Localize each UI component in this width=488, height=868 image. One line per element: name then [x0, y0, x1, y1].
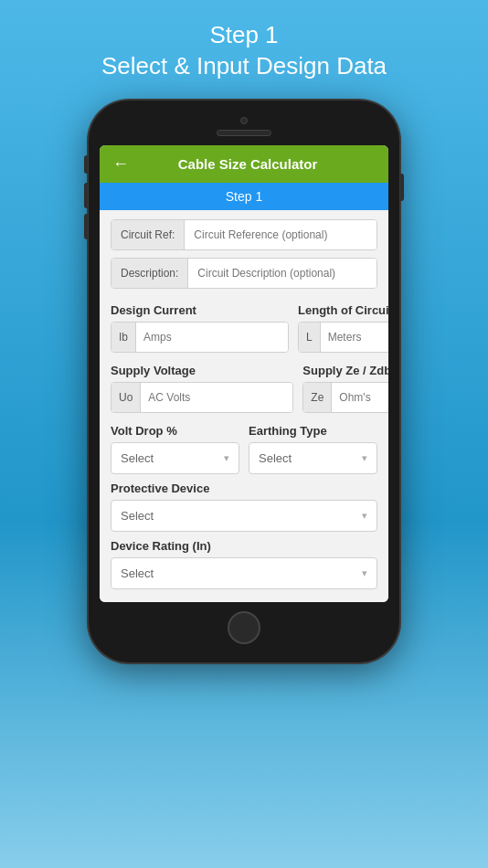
volt-drop-select-label: Select: [121, 451, 154, 465]
length-input-group: L: [298, 322, 388, 353]
side-button-left1: [84, 155, 88, 174]
earthing-type-select-label: Select: [259, 451, 292, 465]
l-unit: L: [299, 323, 321, 352]
ze-input-group: Ze i: [302, 382, 388, 413]
device-rating-section: Device Rating (In) Select ▾: [111, 539, 377, 589]
volt-drop-chevron-icon: ▾: [224, 452, 229, 464]
uo-unit: Uo: [111, 383, 141, 412]
length-circuit-title: Length of Circuit: [298, 303, 388, 317]
volt-drop-col: Volt Drop % Select ▾: [111, 417, 239, 474]
home-button[interactable]: [228, 611, 260, 644]
ohms-input[interactable]: [332, 383, 388, 412]
phone-wrapper: ← Cable Size Calculator Step 1 Circuit R…: [89, 101, 399, 662]
supply-voltage-title: Supply Voltage: [111, 364, 293, 377]
protective-device-chevron-icon: ▾: [362, 510, 367, 522]
supply-ze-title: Supply Ze / Zdb: [302, 364, 388, 377]
device-rating-select[interactable]: Select ▾: [111, 557, 377, 589]
page-title: Step 1 Select & Input Design Data: [101, 20, 387, 82]
protective-device-section: Protective Device Select ▾: [111, 482, 377, 532]
description-row: Description:: [111, 258, 377, 289]
device-rating-select-label: Select: [121, 566, 154, 580]
volt-drop-title: Volt Drop %: [111, 424, 239, 438]
volts-input[interactable]: [141, 383, 292, 412]
ib-unit: Ib: [111, 323, 136, 352]
design-current-col: Design Current Ib: [111, 296, 289, 353]
form-area: Circuit Ref: Description: Design Current…: [100, 210, 388, 602]
protective-device-select[interactable]: Select ▾: [111, 500, 377, 532]
back-button[interactable]: ←: [112, 154, 129, 174]
phone-bottom: [100, 602, 388, 644]
device-rating-title: Device Rating (In): [111, 539, 377, 553]
supply-ze-col: Supply Ze / Zdb Ze i: [302, 356, 388, 413]
page-header: Step 1 Select & Input Design Data: [83, 0, 405, 91]
circuit-ref-input[interactable]: [185, 220, 377, 249]
circuit-ref-label: Circuit Ref:: [111, 220, 185, 249]
earthing-type-select[interactable]: Select ▾: [249, 442, 377, 474]
speaker: [217, 130, 271, 136]
side-button-left2: [84, 183, 88, 208]
earthing-type-col: Earthing Type Select ▾: [249, 417, 377, 474]
phone-outer: ← Cable Size Calculator Step 1 Circuit R…: [89, 101, 399, 662]
phone-screen: ← Cable Size Calculator Step 1 Circuit R…: [100, 145, 388, 602]
volt-drop-select[interactable]: Select ▾: [111, 442, 239, 474]
app-title: Cable Size Calculator: [138, 156, 357, 172]
circuit-ref-row: Circuit Ref:: [111, 219, 377, 250]
ze-unit: Ze: [303, 383, 332, 412]
phone-top: [100, 117, 388, 145]
device-rating-chevron-icon: ▾: [362, 567, 367, 579]
design-length-row: Design Current Ib Length of Circuit L: [111, 296, 377, 353]
protective-device-select-label: Select: [121, 509, 154, 523]
design-current-title: Design Current: [111, 303, 289, 317]
protective-device-title: Protective Device: [111, 482, 377, 495]
app-header: ← Cable Size Calculator: [100, 145, 388, 183]
voltdrop-earthing-row: Volt Drop % Select ▾ Earthing Type Selec…: [111, 417, 377, 474]
step-bar: Step 1: [100, 183, 388, 210]
voltage-ze-row: Supply Voltage Uo Supply Ze / Zdb Ze i: [111, 356, 377, 413]
camera: [240, 117, 248, 124]
design-current-input-group: Ib: [111, 322, 289, 353]
step-label: Step 1: [226, 189, 262, 204]
length-circuit-col: Length of Circuit L: [298, 296, 388, 353]
description-label: Description:: [111, 259, 188, 288]
description-input[interactable]: [188, 259, 377, 288]
amps-input[interactable]: [136, 323, 288, 352]
earthing-type-chevron-icon: ▾: [362, 452, 367, 464]
voltage-input-group: Uo: [111, 382, 293, 413]
side-button-right: [400, 174, 404, 201]
earthing-type-title: Earthing Type: [249, 424, 377, 438]
supply-voltage-col: Supply Voltage Uo: [111, 356, 293, 413]
meters-input[interactable]: [321, 323, 388, 352]
side-button-left3: [84, 214, 88, 239]
